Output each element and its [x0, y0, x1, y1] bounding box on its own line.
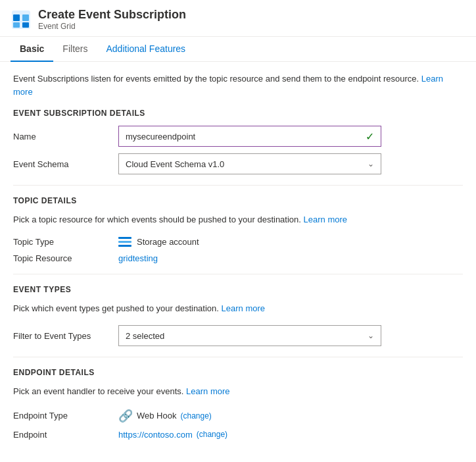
divider-2 [13, 274, 463, 274]
endpoint-type-row: Endpoint Type 🔗 Web Hook (change) [13, 409, 463, 423]
tab-bar: Basic Filters Additional Features [0, 37, 476, 62]
filter-event-types-dropdown[interactable]: 2 selected ⌄ [118, 325, 381, 346]
svg-rect-2 [22, 14, 29, 21]
filter-event-types-dropdown-wrapper: 2 selected ⌄ [118, 325, 463, 346]
page-header: Create Event Subscription Event Grid [0, 0, 476, 37]
event-types-info: Pick which event types get pushed to you… [13, 302, 463, 315]
endpoint-change-link[interactable]: (change) [197, 430, 227, 439]
topic-learn-more-link[interactable]: Learn more [304, 215, 347, 224]
svg-rect-3 [13, 22, 20, 28]
header-text: Create Event Subscription Event Grid [38, 8, 186, 31]
main-content: Event Subscriptions listen for events em… [0, 62, 476, 457]
endpoint-type-change-link[interactable]: (change) [180, 411, 211, 421]
event-grid-icon [11, 9, 32, 30]
endpoint-row: Endpoint https://contoso.com (change) [13, 430, 463, 440]
endpoint-details-title: ENDPOINT DETAILS [13, 368, 463, 377]
topic-type-value: Storage account [118, 237, 463, 247]
page-subtitle: Event Grid [38, 22, 186, 31]
event-schema-dropdown-wrapper: Cloud Event Schema v1.0 ⌄ [118, 153, 463, 174]
event-types-learn-more-link[interactable]: Learn more [222, 303, 265, 313]
event-schema-row: Event Schema Cloud Event Schema v1.0 ⌄ [13, 153, 463, 174]
topic-details-info: Pick a topic resource for which events s… [13, 213, 463, 226]
webhook-icon: 🔗 [118, 409, 133, 423]
event-types-section: EVENT TYPES Pick which event types get p… [13, 285, 463, 347]
endpoint-details-info: Pick an event handler to receive your ev… [13, 385, 463, 398]
event-subscription-details-title: EVENT SUBSCRIPTION DETAILS [13, 109, 463, 118]
event-types-title: EVENT TYPES [13, 285, 463, 294]
event-subscription-details-section: EVENT SUBSCRIPTION DETAILS Name mysecure… [13, 109, 463, 174]
chevron-down-icon: ⌄ [368, 159, 374, 168]
endpoint-url-link[interactable]: https://contoso.com [118, 430, 193, 440]
filter-event-types-row: Filter to Event Types 2 selected ⌄ [13, 325, 463, 346]
name-label: Name [13, 132, 118, 141]
divider-1 [13, 185, 463, 186]
info-paragraph: Event Subscriptions listen for events em… [13, 72, 463, 98]
topic-type-row: Topic Type Storage account [13, 237, 463, 247]
endpoint-type-label: Endpoint Type [13, 411, 118, 421]
topic-resource-value: gridtesting [118, 253, 463, 263]
event-schema-dropdown[interactable]: Cloud Event Schema v1.0 ⌄ [118, 153, 381, 174]
name-input-wrapper: mysecureendpoint ✓ [118, 126, 463, 147]
event-schema-label: Event Schema [13, 159, 118, 169]
endpoint-value: https://contoso.com (change) [118, 430, 463, 440]
tab-additional-features[interactable]: Additional Features [97, 37, 195, 62]
tab-filters[interactable]: Filters [53, 37, 97, 62]
endpoint-label: Endpoint [13, 430, 118, 440]
svg-rect-4 [22, 22, 29, 28]
svg-rect-1 [13, 14, 20, 21]
endpoint-details-section: ENDPOINT DETAILS Pick an event handler t… [13, 368, 463, 440]
tab-basic[interactable]: Basic [11, 37, 53, 62]
topic-resource-row: Topic Resource gridtesting [13, 253, 463, 263]
name-input[interactable]: mysecureendpoint ✓ [118, 126, 381, 147]
topic-type-label: Topic Type [13, 237, 118, 247]
topic-details-title: TOPIC DETAILS [13, 196, 463, 205]
validation-check-icon: ✓ [366, 130, 374, 143]
storage-account-icon [118, 237, 131, 246]
topic-resource-link[interactable]: gridtesting [118, 253, 158, 263]
page-title: Create Event Subscription [38, 8, 186, 22]
chevron-down-icon-2: ⌄ [368, 331, 374, 340]
filter-event-types-label: Filter to Event Types [13, 331, 118, 341]
endpoint-type-value: 🔗 Web Hook (change) [118, 409, 463, 423]
topic-resource-label: Topic Resource [13, 253, 118, 263]
divider-3 [13, 357, 463, 357]
endpoint-learn-more-link[interactable]: Learn more [186, 386, 229, 396]
name-row: Name mysecureendpoint ✓ [13, 126, 463, 147]
topic-details-section: TOPIC DETAILS Pick a topic resource for … [13, 196, 463, 263]
